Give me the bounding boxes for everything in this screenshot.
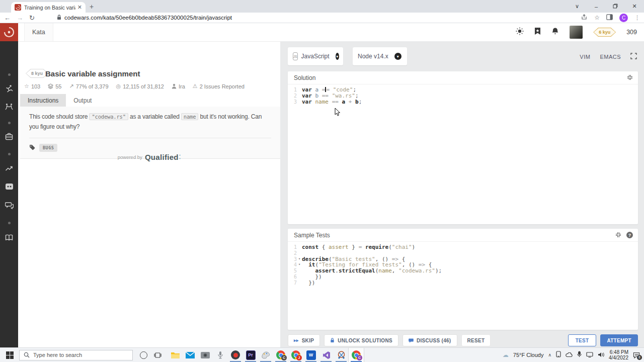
taskbar-chrome-profile-2[interactable]: J <box>288 348 303 362</box>
collapse-icon[interactable] <box>627 73 633 82</box>
browser-menu-icon[interactable]: ⋮ <box>634 15 640 21</box>
weather-cloud-icon: ☁ <box>503 351 509 358</box>
taskbar-chrome-profile-1[interactable]: C <box>273 348 288 362</box>
tray-expand-icon[interactable]: ∧ <box>548 352 551 357</box>
tab-output[interactable]: Output <box>66 94 99 108</box>
taskbar-chrome-profile-3-active[interactable]: C <box>349 348 364 362</box>
code-line[interactable]: 7 }) <box>288 280 638 286</box>
solution-editor[interactable]: 1var a == "code";2var b == "wa.rs";3var … <box>288 84 638 105</box>
taskbar-clock[interactable]: 6:48 PM 4/4/2022 <box>609 349 628 360</box>
sidebar-item-forum-icon[interactable] <box>0 202 18 209</box>
address-bar[interactable]: codewars.com/kata/50ee6b0bdeab5836730000… <box>41 13 576 22</box>
bookmark-star-icon[interactable]: ☆ <box>594 14 600 21</box>
tag-bugs[interactable]: BUGS <box>39 144 57 152</box>
emacs-mode-button[interactable]: EMACS <box>600 54 621 60</box>
collapse-icon[interactable] <box>615 231 621 240</box>
phone-link-icon[interactable] <box>556 350 561 359</box>
taskbar-visual-studio[interactable] <box>318 348 334 362</box>
cortana-icon[interactable] <box>140 351 147 359</box>
fullscreen-icon[interactable] <box>630 52 637 61</box>
reset-button[interactable]: RESET <box>461 334 491 346</box>
bookmarks-icon[interactable] <box>534 27 541 37</box>
browser-tab[interactable]: Training on Basic variable assign ✕ <box>11 2 86 13</box>
close-window-button[interactable]: ✕ <box>625 3 644 10</box>
chrome-icon: J <box>291 350 300 359</box>
stat-completed-of-total[interactable]: ◎12,115 of 31,812 <box>116 83 164 89</box>
test-button[interactable]: TEST <box>568 334 597 346</box>
unlock-solutions-button[interactable]: UNLOCK SOLUTIONS <box>324 334 398 346</box>
notifications-bell-icon[interactable] <box>551 27 559 37</box>
code-line[interactable]: 6 }) <box>288 274 638 280</box>
help-icon[interactable]: ? <box>626 232 633 238</box>
codewars-logo[interactable] <box>0 23 18 41</box>
forward-icon[interactable]: → <box>17 14 23 22</box>
taskbar-premiere-pro[interactable]: Pr <box>243 348 258 362</box>
tab-instructions[interactable]: Instructions <box>20 94 66 108</box>
url-text[interactable]: codewars.com/kata/50ee6b0bdeab5836730000… <box>64 15 232 21</box>
taskbar-word[interactable]: W <box>303 348 318 362</box>
stat-issues[interactable]: ⚠2 Issues Reported <box>193 83 245 89</box>
language-select[interactable]: JS JavaScript ▼ <box>288 47 343 65</box>
sidebar-item-discord-icon[interactable] <box>0 183 18 190</box>
vim-mode-button[interactable]: VIM <box>580 54 590 60</box>
microphone-tray-icon[interactable] <box>577 350 582 359</box>
stat-collections[interactable]: 55 <box>48 83 61 89</box>
sidebar-dot <box>0 222 18 224</box>
share-icon[interactable] <box>581 13 588 22</box>
runtime-select[interactable]: Node v14.x ▼ <box>353 47 407 65</box>
tab-search-icon[interactable]: ∨ <box>568 3 587 10</box>
discuss-button[interactable]: DISCUSS (46) <box>403 334 457 346</box>
taskbar-camera[interactable] <box>198 348 213 362</box>
tab-title: Training on Basic variable assign <box>24 5 75 11</box>
taskbar-apps: Pr C J W <box>168 348 364 362</box>
code-line[interactable]: 5 assert.strictEqual(name, "codewa.rs"); <box>288 268 638 274</box>
code-line[interactable]: 3var name == a + b; <box>288 99 638 105</box>
tab-close-icon[interactable]: ✕ <box>77 4 82 11</box>
sidebar-item-leaderboard-icon[interactable] <box>0 165 18 172</box>
task-view-icon[interactable] <box>154 352 162 358</box>
notification-center-icon[interactable]: 8 <box>633 352 640 358</box>
sample-tests-title: Sample Tests <box>294 232 615 239</box>
restore-button[interactable] <box>606 4 625 10</box>
solution-panel: Solution 1var a == "code";2var b == "wa.… <box>288 71 638 224</box>
chrome-icon: C <box>352 350 361 359</box>
attempt-button[interactable]: ATTEMPT <box>600 334 638 346</box>
onedrive-icon[interactable] <box>566 350 573 359</box>
minimize-button[interactable]: – <box>587 4 606 10</box>
sidebar-item-docs-icon[interactable] <box>0 234 18 241</box>
discuss-icon <box>409 338 414 343</box>
codewars-sidebar <box>0 23 18 348</box>
taskbar-search[interactable]: Type here to search <box>19 350 133 360</box>
sidebar-item-kumite-icon[interactable] <box>0 103 18 111</box>
user-avatar[interactable] <box>570 26 583 39</box>
volume-icon[interactable] <box>598 350 604 359</box>
taskbar-paint-app[interactable] <box>258 348 273 362</box>
new-tab-button[interactable]: + <box>90 3 94 11</box>
taskbar-mail[interactable] <box>183 348 198 362</box>
nav-kata-tab[interactable]: Kata <box>24 23 53 41</box>
stat-completion[interactable]: ↗77% of 3,379 <box>69 83 108 89</box>
code-line[interactable]: 1const { assert } = require("chai") <box>288 244 638 250</box>
taskbar-snip-tool[interactable] <box>334 348 349 362</box>
divider <box>29 138 271 138</box>
network-display-icon[interactable] <box>586 350 593 359</box>
stat-author[interactable]: Ira <box>172 83 185 89</box>
stat-stars[interactable]: ☆103 <box>24 83 40 89</box>
theme-toggle-icon[interactable] <box>516 27 524 37</box>
weather-text[interactable]: 75°F Cloudy <box>513 352 544 358</box>
side-panel-icon[interactable] <box>606 13 613 22</box>
chrome-icon: C <box>276 350 285 359</box>
refresh-icon[interactable]: ↻ <box>29 14 35 22</box>
sidebar-item-practice-icon[interactable] <box>0 84 18 93</box>
skip-button[interactable]: ▸▸SKIP <box>288 334 320 346</box>
taskbar-recorder-app[interactable] <box>228 348 243 362</box>
taskbar-voice-recorder[interactable] <box>213 348 228 362</box>
taskbar-file-explorer[interactable] <box>168 348 183 362</box>
clock-time: 6:48 PM <box>609 349 628 355</box>
start-button[interactable] <box>0 351 19 359</box>
back-icon[interactable]: ← <box>4 14 11 22</box>
sidebar-item-careers-icon[interactable] <box>0 133 18 140</box>
system-tray: ☁ 75°F Cloudy ∧ 6:48 PM 4/4/2022 <box>503 349 644 360</box>
browser-profile-avatar[interactable]: C <box>619 14 628 22</box>
sample-tests-editor[interactable]: 1const { assert } = require("chai")23▾de… <box>288 242 638 286</box>
